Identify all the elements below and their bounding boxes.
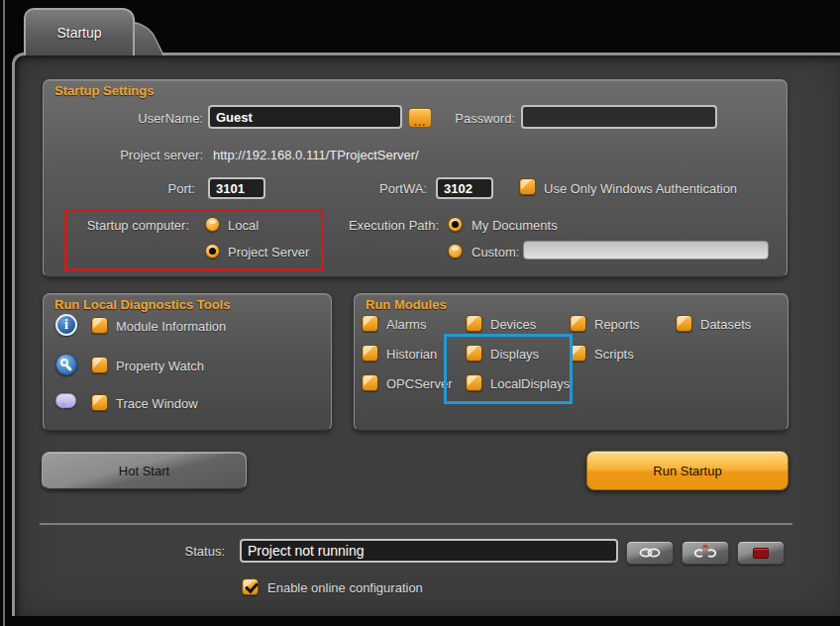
module-devices-checkbox[interactable] xyxy=(466,315,482,332)
windows-auth-checkbox[interactable] xyxy=(519,178,536,195)
username-input[interactable] xyxy=(208,105,402,129)
module-scripts-checkbox[interactable] xyxy=(570,345,586,362)
module-reports-checkbox[interactable] xyxy=(570,315,586,332)
password-input[interactable] xyxy=(521,105,717,129)
port-label: Port: xyxy=(136,181,195,196)
execution-path-custom-label: Custom: xyxy=(472,245,519,260)
speech-bubble-icon xyxy=(55,393,76,408)
property-watch-checkbox[interactable] xyxy=(91,357,108,373)
module-reports-label: Reports xyxy=(594,317,640,332)
project-server-value: http://192.168.0.111/TProjectServer/ xyxy=(213,148,419,162)
module-scripts-label: Scripts xyxy=(594,347,634,362)
run-modules-group xyxy=(354,293,788,431)
startup-window: Startup Startup Settings UserName: ... P… xyxy=(0,0,840,626)
module-devices-label: Devices xyxy=(490,317,536,332)
run-modules-title: Run Modules xyxy=(366,297,447,312)
startup-computer-radio-local[interactable] xyxy=(205,217,220,232)
module-localdisplays-checkbox[interactable] xyxy=(466,374,482,391)
startup-computer-radio-project-server[interactable] xyxy=(205,244,220,259)
stop-icon xyxy=(753,548,769,559)
portwa-input[interactable] xyxy=(436,177,493,199)
info-icon xyxy=(55,314,77,336)
property-watch-label: Property Watch xyxy=(116,359,204,373)
run-startup-button[interactable]: Run Startup xyxy=(586,451,788,490)
password-label: Password: xyxy=(426,111,515,126)
connect-button[interactable] xyxy=(626,541,674,565)
module-displays-checkbox[interactable] xyxy=(466,345,482,362)
hot-start-label: Hot Start xyxy=(119,464,169,478)
disconnect-button[interactable] xyxy=(682,541,729,565)
stop-button[interactable] xyxy=(737,541,785,565)
module-historian-checkbox[interactable] xyxy=(362,345,378,362)
separator-line xyxy=(40,523,792,525)
module-alarms-checkbox[interactable] xyxy=(362,315,378,332)
status-label: Status: xyxy=(156,544,225,559)
execution-path-radio-my-documents[interactable] xyxy=(448,217,463,232)
execution-path-my-documents-label: My Documents xyxy=(472,218,558,233)
diagnostics-title: Run Local Diagnostics Tools xyxy=(54,297,230,312)
window-edge-line xyxy=(3,0,5,626)
trace-window-checkbox[interactable] xyxy=(91,394,108,411)
project-server-label: Project server: xyxy=(74,148,203,162)
status-input[interactable] xyxy=(240,539,618,563)
magnifier-icon xyxy=(55,354,77,375)
broken-link-icon xyxy=(693,545,717,561)
link-icon xyxy=(638,547,662,559)
hot-start-button[interactable]: Hot Start xyxy=(42,452,247,489)
execution-path-label: Execution Path: xyxy=(330,218,439,233)
windows-auth-label: Use Only Windows Authentication xyxy=(544,181,737,196)
tab-startup[interactable]: Startup xyxy=(24,8,135,55)
username-label: UserName: xyxy=(94,111,203,126)
module-opcserver-label: OPCServer xyxy=(386,376,452,391)
startup-computer-local-label: Local xyxy=(228,218,259,233)
module-information-label: Module Information xyxy=(116,319,226,334)
module-historian-label: Historian xyxy=(386,347,437,362)
online-config-label: Enable online configuration xyxy=(267,580,423,595)
startup-computer-label: Startup computer: xyxy=(51,218,189,233)
execution-path-radio-custom[interactable] xyxy=(448,244,463,259)
module-displays-label: Displays xyxy=(490,347,539,362)
module-opcserver-checkbox[interactable] xyxy=(362,374,378,391)
startup-settings-title: Startup Settings xyxy=(54,83,154,98)
port-input[interactable] xyxy=(208,177,265,199)
trace-window-label: Trace Window xyxy=(116,396,198,411)
custom-path-input[interactable] xyxy=(523,241,769,260)
online-config-checkbox[interactable] xyxy=(242,578,259,595)
module-alarms-label: Alarms xyxy=(386,317,426,332)
module-information-checkbox[interactable] xyxy=(91,317,108,334)
module-datasets-label: Datasets xyxy=(700,317,751,332)
tab-startup-label: Startup xyxy=(56,25,101,41)
startup-computer-project-server-label: Project Server xyxy=(228,245,309,260)
run-startup-label: Run Startup xyxy=(653,464,721,478)
portwa-label: PortWA: xyxy=(358,181,427,196)
module-datasets-checkbox[interactable] xyxy=(676,315,692,332)
module-localdisplays-label: LocalDisplays xyxy=(490,376,570,391)
